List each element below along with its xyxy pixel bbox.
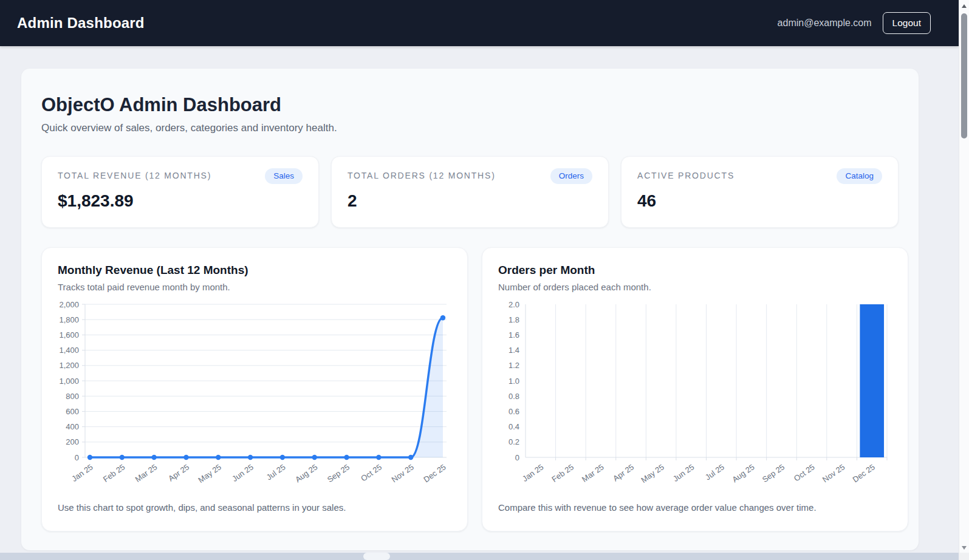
svg-text:May 25: May 25 [639, 462, 666, 485]
svg-text:Jul 25: Jul 25 [265, 462, 287, 482]
catalog-badge: Catalog [837, 168, 882, 184]
svg-text:1.4: 1.4 [508, 346, 519, 355]
svg-text:Jul 25: Jul 25 [704, 462, 726, 482]
svg-text:1,600: 1,600 [59, 330, 79, 340]
svg-text:1.2: 1.2 [508, 361, 519, 370]
page-subtitle: Quick overview of sales, orders, categor… [41, 122, 899, 134]
svg-text:Dec 25: Dec 25 [422, 462, 447, 484]
svg-text:0.6: 0.6 [508, 407, 519, 416]
svg-text:1.8: 1.8 [508, 315, 519, 324]
svg-text:0.2: 0.2 [508, 437, 519, 446]
chart-footnote: Compare this with revenue to see how ave… [498, 502, 892, 513]
stat-card-products: ACTIVE PRODUCTS Catalog 46 [621, 156, 899, 228]
charts-row: Monthly Revenue (Last 12 Months) Tracks … [41, 247, 899, 531]
svg-text:Apr 25: Apr 25 [611, 462, 635, 483]
sales-badge: Sales [265, 168, 303, 184]
stat-label: ACTIVE PRODUCTS [637, 171, 734, 180]
svg-text:Nov 25: Nov 25 [821, 462, 846, 484]
svg-text:Jun 25: Jun 25 [671, 462, 696, 483]
svg-text:1.6: 1.6 [508, 330, 519, 340]
svg-text:800: 800 [66, 392, 79, 401]
monthly-revenue-card: Monthly Revenue (Last 12 Months) Tracks … [41, 247, 468, 531]
svg-text:2.0: 2.0 [508, 300, 519, 309]
svg-text:Mar 25: Mar 25 [580, 462, 606, 483]
stat-card-orders: TOTAL ORDERS (12 MONTHS) Orders 2 [331, 156, 609, 228]
monthly-revenue-line-chart: 02004006008001,0001,2001,4001,6001,8002,… [58, 298, 451, 494]
stat-label: TOTAL REVENUE (12 MONTHS) [58, 171, 211, 180]
scroll-up-arrow-icon[interactable] [962, 4, 967, 8]
svg-text:Aug 25: Aug 25 [730, 462, 756, 484]
logout-button[interactable]: Logout [883, 12, 931, 34]
chart-footnote: Use this chart to spot growth, dips, and… [58, 502, 451, 513]
page-title: ObjectO Admin Dashboard [41, 94, 899, 116]
app-title: Admin Dashboard [17, 15, 145, 32]
svg-text:600: 600 [66, 407, 79, 416]
stat-value: 46 [637, 191, 882, 211]
orders-badge: Orders [550, 168, 592, 184]
svg-text:2,000: 2,000 [59, 300, 79, 309]
svg-text:Sep 25: Sep 25 [326, 462, 351, 484]
svg-text:Oct 25: Oct 25 [792, 462, 817, 483]
svg-text:Oct 25: Oct 25 [359, 462, 383, 483]
orders-per-month-bar-chart: 00.20.40.60.81.01.21.41.61.82.0Jan 25Feb… [498, 298, 892, 494]
svg-text:1,000: 1,000 [59, 377, 79, 386]
orders-per-month-card: Orders per Month Number of orders placed… [482, 247, 908, 531]
svg-text:Mar 25: Mar 25 [134, 462, 159, 483]
svg-text:1,200: 1,200 [59, 361, 79, 370]
stat-value: 2 [348, 191, 592, 211]
dashboard-panel: ObjectO Admin Dashboard Quick overview o… [21, 69, 919, 550]
svg-text:Nov 25: Nov 25 [390, 462, 416, 484]
scrollbar-corner [959, 553, 969, 560]
stat-value: $1,823.89 [58, 191, 303, 211]
svg-text:Feb 25: Feb 25 [101, 462, 127, 484]
svg-text:Sep 25: Sep 25 [761, 462, 786, 484]
svg-text:Jan 25: Jan 25 [521, 462, 546, 483]
svg-text:Apr 25: Apr 25 [166, 462, 191, 483]
svg-text:Aug 25: Aug 25 [293, 462, 319, 484]
horizontal-scrollbar[interactable] [0, 553, 959, 560]
svg-text:0: 0 [75, 453, 79, 462]
navbar-right: admin@example.com Logout [778, 12, 931, 34]
vertical-scrollbar-thumb[interactable] [961, 13, 967, 138]
svg-text:0.4: 0.4 [508, 422, 519, 431]
scroll-down-arrow-icon[interactable] [962, 546, 967, 550]
vertical-scrollbar[interactable] [959, 0, 969, 560]
svg-text:0: 0 [515, 453, 519, 462]
svg-text:1,400: 1,400 [59, 346, 79, 355]
chart-title: Monthly Revenue (Last 12 Months) [58, 264, 451, 277]
svg-text:May 25: May 25 [196, 462, 223, 485]
top-navbar: Admin Dashboard admin@example.com Logout [0, 0, 959, 46]
svg-text:Feb 25: Feb 25 [550, 462, 575, 484]
svg-text:1,800: 1,800 [59, 315, 79, 324]
svg-text:0.8: 0.8 [508, 392, 519, 401]
stat-card-revenue: TOTAL REVENUE (12 MONTHS) Sales $1,823.8… [41, 156, 319, 228]
svg-text:Dec 25: Dec 25 [851, 462, 877, 484]
svg-text:400: 400 [66, 422, 79, 431]
horizontal-scrollbar-thumb[interactable] [363, 553, 390, 560]
svg-text:Jun 25: Jun 25 [230, 462, 255, 483]
svg-text:1.0: 1.0 [508, 377, 519, 386]
chart-subtitle: Number of orders placed each month. [498, 282, 892, 292]
chart-subtitle: Tracks total paid revenue month by month… [58, 282, 451, 292]
chart-title: Orders per Month [498, 264, 892, 277]
stat-cards-row: TOTAL REVENUE (12 MONTHS) Sales $1,823.8… [41, 156, 899, 228]
stat-label: TOTAL ORDERS (12 MONTHS) [348, 171, 496, 180]
user-email: admin@example.com [778, 18, 872, 29]
svg-text:Jan 25: Jan 25 [70, 462, 95, 483]
svg-text:200: 200 [66, 437, 79, 446]
